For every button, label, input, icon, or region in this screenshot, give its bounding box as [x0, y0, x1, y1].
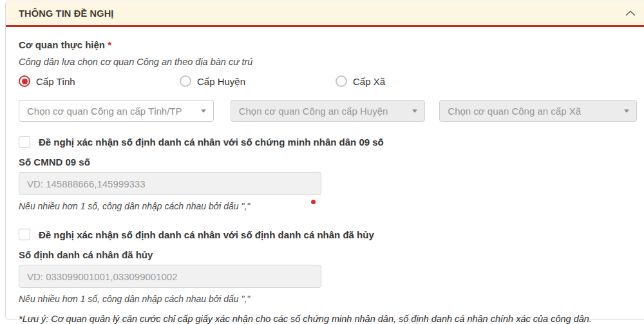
agency-select-row: Chọn cơ quan Công an cấp Tỉnh/TP Chọn cơ… [19, 100, 637, 122]
caret-down-icon [412, 110, 417, 113]
select-cong-an-tinh[interactable]: Chọn cơ quan Công an cấp Tỉnh/TP [19, 100, 214, 122]
canceled-id-field-label: Số định danh cá nhân đã hủy [19, 249, 637, 260]
checkbox-row-cmnd[interactable]: Đề nghị xác nhận số định danh cá nhân vớ… [19, 136, 637, 148]
footer-note: *Lưu ý: Cơ quan quản lý căn cước chỉ cấp… [19, 314, 637, 324]
caret-down-icon [201, 110, 206, 113]
select-cong-an-tinh-placeholder: Chọn cơ quan Công an cấp Tỉnh/TP [27, 106, 182, 117]
required-asterisk: * [108, 39, 111, 50]
request-info-panel: THÔNG TIN ĐỀ NGHỊ Cơ quan thực hiện * Cô… [5, 1, 644, 320]
agency-level-radio-group: Cấp Tỉnh Cấp Huyện Cấp Xã [19, 75, 637, 87]
red-dot-marker [311, 200, 316, 204]
caret-down-icon [624, 110, 629, 113]
checkbox-canceled-id[interactable] [19, 229, 30, 240]
cmnd-note: Nếu nhiều hơn 1 số, công dân nhập cách n… [19, 201, 637, 211]
radio-option-cap-tinh[interactable]: Cấp Tỉnh [19, 75, 180, 87]
checkbox-cmnd-label: Đề nghị xác nhận số định danh cá nhân vớ… [39, 137, 384, 148]
select-cong-an-xa[interactable]: Chọn cơ quan Công an cấp Xã [439, 100, 637, 122]
select-cong-an-xa-placeholder: Chọn cơ quan Công an cấp Xã [448, 106, 581, 117]
radio-option-cap-huyen[interactable]: Cấp Huyện [180, 75, 336, 87]
radio-label-cap-tinh: Cấp Tỉnh [36, 76, 75, 87]
canceled-id-number-input[interactable] [19, 265, 321, 288]
radio-icon-cap-huyen[interactable] [180, 75, 191, 87]
panel-title: THÔNG TIN ĐỀ NGHỊ [19, 8, 114, 19]
radio-icon-cap-xa[interactable] [336, 75, 347, 87]
cmnd-field-label: Số CMND 09 số [19, 157, 637, 167]
agency-section-label: Cơ quan thực hiện * [19, 39, 637, 50]
radio-label-cap-huyen: Cấp Huyện [197, 76, 245, 87]
select-cong-an-huyen[interactable]: Chọn cơ quan Công an cấp Huyện [231, 100, 426, 122]
canceled-id-note: Nếu nhiều hơn 1 số, công dân nhập cách n… [19, 294, 637, 304]
checkbox-cmnd[interactable] [19, 136, 30, 148]
chevron-up-icon[interactable] [625, 10, 636, 16]
select-cong-an-huyen-placeholder: Chọn cơ quan Công an cấp Huyện [239, 106, 388, 117]
checkbox-canceled-id-label: Đề nghị xác nhận số định danh cá nhân vớ… [39, 229, 374, 240]
checkbox-row-canceled-id[interactable]: Đề nghị xác nhận số định danh cá nhân vớ… [19, 229, 637, 240]
panel-header[interactable]: THÔNG TIN ĐỀ NGHỊ [6, 1, 644, 27]
radio-label-cap-xa: Cấp Xã [353, 76, 385, 87]
radio-option-cap-xa[interactable]: Cấp Xã [336, 75, 385, 87]
panel-body: Cơ quan thực hiện * Công dân lựa chọn cơ… [6, 27, 644, 324]
radio-icon-cap-tinh[interactable] [19, 75, 30, 87]
cmnd-number-input[interactable] [19, 172, 321, 195]
agency-hint: Công dân lựa chọn cơ quan Công an theo đ… [19, 57, 637, 67]
